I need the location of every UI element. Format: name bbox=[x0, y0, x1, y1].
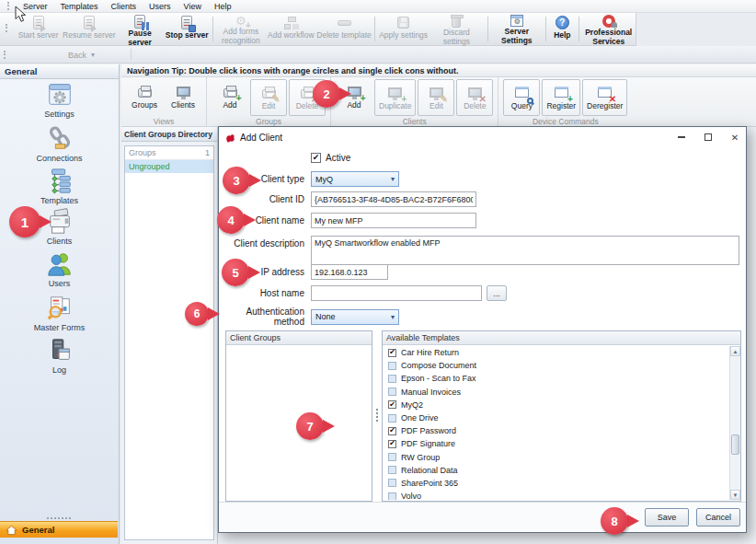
sidebar-navigation: General Settings Connections Templates C… bbox=[0, 64, 120, 544]
client-edit-button[interactable]: ✎ Edit bbox=[418, 79, 454, 116]
template-checkbox[interactable]: ✔ bbox=[388, 427, 396, 435]
host-name-browse-button[interactable]: ... bbox=[487, 285, 507, 301]
groups-column-header[interactable]: Groups 1 bbox=[125, 146, 213, 160]
menu-help[interactable]: Help bbox=[208, 2, 238, 11]
help-button[interactable]: ? Help bbox=[549, 13, 575, 45]
sidebar-splitter[interactable] bbox=[0, 515, 118, 520]
professional-services-button[interactable]: Professional Services bbox=[581, 13, 636, 45]
views-clients-button[interactable]: Clients bbox=[165, 79, 201, 116]
cancel-button[interactable]: Cancel bbox=[696, 508, 740, 527]
active-checkbox-row[interactable]: ✔ Active bbox=[311, 153, 350, 163]
sidebar-item-settings[interactable]: Settings bbox=[0, 79, 119, 119]
template-item[interactable]: ✔ SharePoint 365 bbox=[384, 477, 728, 490]
template-checkbox[interactable]: ✔ bbox=[388, 414, 396, 422]
sidebar-item-log[interactable]: Log bbox=[0, 337, 119, 375]
sidebar-item-master-forms[interactable]: Master Forms bbox=[0, 295, 119, 332]
template-checkbox[interactable]: ✔ bbox=[388, 349, 396, 357]
template-item[interactable]: ✔ Compose Document bbox=[384, 359, 728, 372]
annotation-balloon-3: 3 bbox=[223, 167, 250, 194]
template-item[interactable]: ✔ Manual Invoices bbox=[384, 386, 728, 399]
host-name-field[interactable] bbox=[311, 285, 482, 301]
template-checkbox[interactable]: ✔ bbox=[388, 388, 396, 396]
device-query-icon bbox=[515, 82, 529, 100]
active-checkbox[interactable]: ✔ bbox=[311, 153, 321, 163]
sidebar-item-templates[interactable]: Templates bbox=[0, 168, 119, 205]
minimize-icon[interactable] bbox=[676, 131, 687, 144]
template-checkbox[interactable]: ✔ bbox=[388, 492, 396, 500]
template-checkbox[interactable]: ✔ bbox=[388, 362, 396, 370]
annotation-balloon-4: 4 bbox=[217, 206, 245, 234]
sidebar-item-users[interactable]: Users bbox=[0, 250, 119, 288]
toolbar-grip bbox=[7, 2, 11, 10]
sidebar-item-connections[interactable]: Connections bbox=[0, 125, 119, 163]
client-description-field[interactable]: MyQ Smartworkflow enabled MFP bbox=[311, 236, 739, 265]
client-type-dropdown[interactable]: MyQ ▾ bbox=[311, 171, 399, 187]
template-checkbox[interactable]: ✔ bbox=[388, 479, 396, 487]
application-window: Server Templates Clients Users View Help… bbox=[0, 0, 756, 544]
discard-settings-button[interactable]: Discard settings bbox=[429, 13, 484, 45]
close-icon[interactable]: ✕ bbox=[729, 131, 740, 144]
template-item[interactable]: ✔ Relational Data bbox=[384, 464, 728, 477]
template-checkbox[interactable]: ✔ bbox=[388, 400, 396, 409]
template-item[interactable]: ✔ Car Hire Return bbox=[384, 346, 728, 359]
authentication-method-dropdown[interactable]: None ▾ bbox=[311, 309, 399, 325]
template-item[interactable]: ✔ MyQ2 bbox=[384, 399, 728, 411]
client-id-field[interactable] bbox=[311, 191, 476, 207]
scrollbar-thumb[interactable] bbox=[731, 434, 739, 455]
add-client-dialog: Add Client ✕ ✔ Active Client type MyQ ▾ … bbox=[218, 126, 747, 533]
template-checkbox[interactable]: ✔ bbox=[388, 466, 396, 474]
templates-scrollbar[interactable]: ▲ ▼ bbox=[729, 346, 740, 500]
template-checkbox[interactable]: ✔ bbox=[388, 375, 396, 383]
scroll-down-icon[interactable]: ▼ bbox=[730, 490, 740, 500]
client-edit-icon: ✎ bbox=[430, 82, 443, 100]
back-button[interactable]: Back ▾ bbox=[63, 48, 100, 62]
dialog-title-bar[interactable]: Add Client ✕ bbox=[219, 127, 746, 147]
toolbar-separator bbox=[545, 17, 546, 41]
group-add-button[interactable]: + Add bbox=[212, 79, 248, 116]
menu-view[interactable]: View bbox=[178, 2, 208, 11]
navigation-tip-bar: Navigation Tip: Double click icons with … bbox=[121, 64, 756, 77]
server-settings-button[interactable]: ⚙ Server Settings bbox=[490, 13, 543, 45]
client-description-label: Client description bbox=[219, 238, 304, 249]
save-button[interactable]: Save bbox=[645, 508, 689, 527]
add-workflow-button[interactable]: Add workflow bbox=[266, 13, 316, 45]
group-edit-button[interactable]: ✎ Edit bbox=[250, 79, 287, 116]
device-register-button[interactable]: + Register bbox=[542, 79, 580, 116]
menu-clients[interactable]: Clients bbox=[105, 2, 143, 11]
pause-server-button[interactable]: Pause server bbox=[116, 13, 164, 45]
device-deregister-button[interactable]: ✕ Deregister bbox=[582, 79, 627, 116]
template-item[interactable]: ✔ PDF Signature bbox=[384, 437, 728, 450]
help-icon: ? bbox=[556, 15, 569, 30]
add-forms-recognition-button[interactable]: ⚙+ Add forms recognition bbox=[216, 13, 266, 45]
chevron-down-icon: ▾ bbox=[91, 51, 95, 59]
template-item[interactable]: ✔ Epson - Scan to Fax bbox=[384, 372, 728, 385]
client-duplicate-button[interactable]: + Duplicate bbox=[374, 79, 416, 116]
client-duplicate-icon: + bbox=[388, 82, 402, 100]
group-row-ungrouped[interactable]: Ungrouped bbox=[125, 160, 213, 173]
resume-server-button[interactable]: Resume server bbox=[63, 13, 117, 45]
sidebar-footer-general[interactable]: General bbox=[0, 521, 118, 538]
annotation-balloon-1: 1 bbox=[9, 206, 40, 237]
annotation-balloon-2: 2 bbox=[313, 80, 340, 108]
maximize-icon[interactable] bbox=[703, 131, 714, 144]
template-checkbox[interactable]: ✔ bbox=[388, 440, 396, 448]
delete-template-button[interactable]: Delete template bbox=[316, 13, 372, 45]
menu-users[interactable]: Users bbox=[143, 2, 178, 11]
panel-splitter[interactable] bbox=[374, 330, 380, 502]
stop-server-button[interactable]: Stop server bbox=[164, 13, 210, 45]
menu-templates[interactable]: Templates bbox=[54, 2, 105, 11]
template-checkbox[interactable]: ✔ bbox=[388, 453, 396, 461]
template-item[interactable]: ✔ Volvo bbox=[384, 490, 728, 500]
template-item[interactable]: ✔ RW Group bbox=[384, 451, 728, 464]
sidebar-header: General bbox=[0, 64, 119, 79]
professional-services-icon bbox=[602, 15, 615, 28]
template-item[interactable]: ✔ One Drive bbox=[384, 411, 728, 424]
client-delete-button[interactable]: ✕ Delete bbox=[456, 79, 493, 116]
scroll-up-icon[interactable]: ▲ bbox=[730, 346, 740, 356]
ip-address-field[interactable] bbox=[311, 264, 388, 280]
template-item[interactable]: ✔ PDF Password bbox=[384, 424, 728, 437]
views-groups-button[interactable]: Groups bbox=[126, 79, 163, 116]
apply-settings-button[interactable]: Apply settings bbox=[378, 13, 429, 45]
device-query-button[interactable]: Query bbox=[503, 79, 540, 116]
client-name-field[interactable] bbox=[311, 213, 476, 228]
